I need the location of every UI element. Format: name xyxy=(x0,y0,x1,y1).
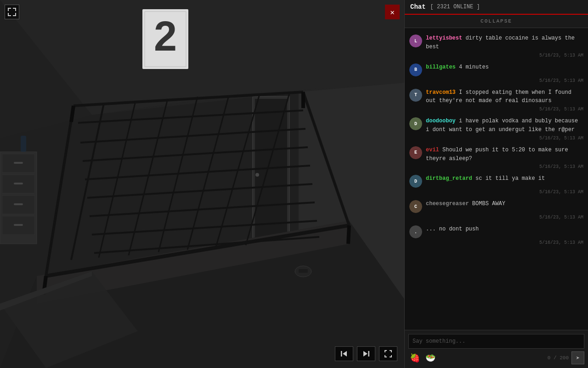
send-button[interactable]: ➤ xyxy=(571,351,584,364)
message-item: Bbillgates 4 minutes xyxy=(405,61,588,77)
message-time: 5/16/23, 5:13 AM xyxy=(405,214,588,223)
username[interactable]: doodooboy xyxy=(426,118,459,124)
expand-button[interactable] xyxy=(5,5,19,19)
username[interactable]: ... xyxy=(426,226,439,232)
avatar: E xyxy=(409,146,422,159)
avatar: D xyxy=(409,175,422,188)
message-text: BOMBS AWAY xyxy=(472,201,505,207)
message-time: 5/16/23, 5:13 AM xyxy=(405,52,588,61)
message-item: Ddoodooboy i have polak vodka and bubly … xyxy=(405,115,588,135)
online-badge: [ 2321 ONLINE ] xyxy=(430,4,480,10)
prev-icon xyxy=(340,350,348,357)
chat-toolbar: 🍓 🥗 0 / 200 ➤ xyxy=(408,351,584,364)
chat-input-area: 🍓 🥗 0 / 200 ➤ xyxy=(405,330,588,368)
username[interactable]: billgates xyxy=(426,64,459,70)
next-button[interactable] xyxy=(357,346,375,361)
message-time: 5/16/23, 5:13 AM xyxy=(405,163,588,172)
message-item: Llettyisbest dirty table cocaine is alwa… xyxy=(405,32,588,52)
prev-button[interactable] xyxy=(335,346,353,361)
fullscreen-button[interactable] xyxy=(379,346,397,361)
avatar: T xyxy=(409,89,422,102)
emoji-button-1[interactable]: 🍓 xyxy=(408,351,421,364)
avatar: L xyxy=(409,34,422,47)
svg-rect-52 xyxy=(341,351,342,356)
message-item: Eevil Should we push it to 5:20 to make … xyxy=(405,144,588,164)
avatar: C xyxy=(409,200,422,213)
messages-list: Llettyisbest dirty table cocaine is alwa… xyxy=(405,28,588,330)
avatar: B xyxy=(409,63,422,76)
message-text: Should we push it to 5:20 to make sure t… xyxy=(426,147,568,162)
close-button[interactable]: ✕ xyxy=(385,5,400,19)
char-count: 0 / 200 xyxy=(548,355,569,361)
message-text: no dont push xyxy=(439,226,479,232)
emoji-button-2[interactable]: 🥗 xyxy=(424,351,437,364)
chat-input[interactable] xyxy=(408,334,584,349)
message-text: 4 minutes xyxy=(459,64,489,70)
svg-marker-53 xyxy=(343,351,347,356)
message-time: 5/16/23, 5:13 AM xyxy=(405,106,588,115)
svg-rect-51 xyxy=(0,0,404,368)
chat-header: Chat [ 2321 ONLINE ] xyxy=(405,0,588,15)
avatar: D xyxy=(409,117,422,130)
collapse-bar[interactable]: COLLAPSE xyxy=(405,15,588,28)
video-feed: 2 xyxy=(0,0,404,368)
expand-icon xyxy=(8,8,16,16)
chat-panel: Chat [ 2321 ONLINE ] COLLAPSE Llettyisbe… xyxy=(404,0,588,368)
fullscreen-icon xyxy=(384,350,392,357)
message-time: 5/16/23, 5:13 AM xyxy=(405,77,588,86)
username[interactable]: cheesegreaser xyxy=(426,201,472,207)
svg-marker-55 xyxy=(363,351,368,356)
message-item: Ccheesegreaser BOMBS AWAY xyxy=(405,197,588,214)
message-time: 5/16/23, 5:13 AM xyxy=(405,189,588,197)
message-item: Ddirtbag_retard sc it till ya make it xyxy=(405,172,588,189)
message-text: sc it till ya make it xyxy=(475,175,545,182)
next-icon xyxy=(362,350,370,357)
close-icon: ✕ xyxy=(390,8,395,17)
username[interactable]: travcom13 xyxy=(426,89,459,96)
message-time: 5/16/23, 5:13 AM xyxy=(405,135,588,144)
username[interactable]: evil xyxy=(426,147,442,153)
message-item: .... no dont push xyxy=(405,223,588,239)
svg-rect-54 xyxy=(368,351,370,356)
chat-title: Chat xyxy=(410,3,426,11)
message-item: Ttravcom13 I stopped eating them when I … xyxy=(405,86,588,106)
video-panel: 2 xyxy=(0,0,404,368)
send-icon: ➤ xyxy=(576,354,580,362)
video-controls xyxy=(335,346,397,361)
username[interactable]: lettyisbest xyxy=(426,35,465,41)
message-time: 5/16/23, 5:13 AM xyxy=(405,239,588,248)
avatar: . xyxy=(409,225,422,238)
username[interactable]: dirtbag_retard xyxy=(426,175,475,182)
